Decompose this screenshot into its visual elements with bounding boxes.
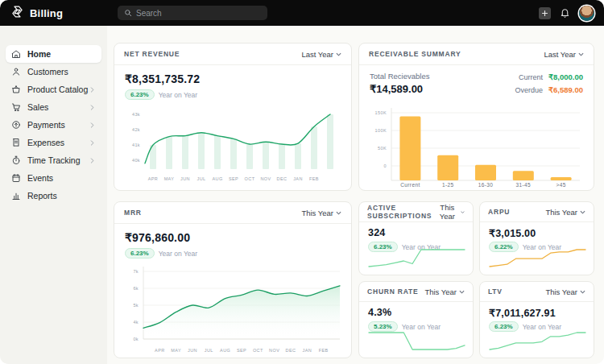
sidebar-item-label: Customers bbox=[27, 67, 68, 77]
sidebar-item-reports[interactable]: Reports bbox=[6, 187, 101, 205]
chevron-down-icon bbox=[336, 52, 341, 56]
payments-icon bbox=[11, 120, 21, 130]
bar-chart-icon bbox=[11, 191, 21, 201]
sidebar-item-sales[interactable]: Sales bbox=[6, 98, 101, 116]
ltv-period-dropdown[interactable]: This Year bbox=[545, 287, 585, 296]
active-subscriptions-sparkline bbox=[368, 248, 465, 268]
receipt-icon bbox=[11, 138, 21, 147]
svg-text:APR: APR bbox=[148, 176, 159, 181]
chevron-right-icon bbox=[89, 87, 95, 93]
period-value: Last Year bbox=[544, 50, 576, 59]
sidebar-item-time-tracking[interactable]: Time Tracking bbox=[6, 151, 101, 169]
sidebar-item-customers[interactable]: Customers bbox=[6, 63, 101, 81]
svg-text:MAY: MAY bbox=[164, 176, 175, 181]
chevron-down-icon bbox=[461, 210, 465, 214]
svg-text:7k: 7k bbox=[133, 269, 139, 274]
basket-icon bbox=[11, 85, 21, 94]
topbar-actions bbox=[539, 0, 594, 26]
sidebar-item-home[interactable]: Home bbox=[6, 45, 101, 63]
overdue-label: Overdue bbox=[515, 86, 543, 94]
svg-text:40k: 40k bbox=[132, 158, 140, 163]
svg-text:JUN: JUN bbox=[180, 176, 190, 181]
card-title: ARPU bbox=[488, 208, 510, 216]
sidebar-item-events[interactable]: Events bbox=[6, 169, 101, 187]
svg-text:JAN: JAN bbox=[303, 348, 312, 353]
svg-text:FEB: FEB bbox=[319, 348, 329, 353]
sidebar-item-label: Sales bbox=[27, 102, 48, 112]
svg-text:JUL: JUL bbox=[205, 348, 213, 353]
svg-text:JAN: JAN bbox=[293, 176, 303, 181]
svg-text:31-45: 31-45 bbox=[515, 182, 531, 188]
churn-rate-value: 4.3% bbox=[368, 307, 391, 318]
svg-text:NOV: NOV bbox=[260, 176, 271, 181]
search-placeholder: Search bbox=[136, 9, 162, 18]
churn-rate-card: CHURN RATE This Year 4.3% 5.23% Year on … bbox=[358, 281, 474, 358]
change-badge: 6.23% bbox=[125, 89, 155, 100]
sidebar-item-expenses[interactable]: Expenses bbox=[6, 134, 101, 151]
sidebar-item-payments[interactable]: Payments bbox=[6, 116, 101, 134]
mrr-change-row: 6.23% Year on Year bbox=[125, 248, 197, 259]
arpu-header: ARPU This Year bbox=[480, 202, 594, 222]
total-receivables: Total Recievables ₹14,589.00 bbox=[370, 72, 429, 95]
churn-rate-period-dropdown[interactable]: This Year bbox=[424, 287, 465, 296]
period-value: This Year bbox=[545, 208, 577, 217]
stopwatch-icon bbox=[11, 155, 21, 165]
calendar-icon bbox=[11, 173, 21, 183]
period-value: Last Year bbox=[301, 50, 333, 59]
app-window: Billing Search HomeCustomersProduct Cata… bbox=[0, 0, 604, 364]
churn-rate-sparkline bbox=[368, 331, 465, 351]
ltv-header: LTV This Year bbox=[480, 282, 594, 302]
svg-text:>45: >45 bbox=[556, 182, 565, 188]
active-subscriptions-card: ACTIVE SUBSCRIPTIONS This Year 324 6.23%… bbox=[358, 201, 474, 275]
net-revenue-value: ₹8,351,735.72 bbox=[125, 72, 200, 85]
svg-text:MAY: MAY bbox=[171, 348, 181, 353]
svg-text:SEP: SEP bbox=[237, 348, 246, 353]
home-icon bbox=[11, 49, 21, 59]
notifications-bell-icon[interactable] bbox=[560, 7, 570, 19]
card-title: CHURN RATE bbox=[367, 287, 419, 296]
arpu-card: ARPU This Year ₹3,015.00 6.22% Year on Y… bbox=[479, 201, 594, 275]
active-subscriptions-header: ACTIVE SUBSCRIPTIONS This Year bbox=[359, 202, 473, 222]
active-subscriptions-period-dropdown[interactable]: This Year bbox=[436, 203, 465, 221]
user-avatar[interactable] bbox=[579, 6, 594, 21]
svg-text:0k: 0k bbox=[133, 337, 139, 341]
receivable-summary-header: RECEIVABLE SUMMARY Last Year bbox=[359, 43, 594, 65]
card-title: MRR bbox=[124, 209, 142, 217]
svg-text:DEC: DEC bbox=[277, 176, 288, 181]
ltv-value: ₹7,011,627.91 bbox=[489, 307, 556, 319]
receivable-summary-chart: 150K100K50K0Current1-2516-3031-45>45 bbox=[369, 103, 585, 188]
card-title: RECEIVABLE SUMMARY bbox=[369, 50, 461, 58]
total-receivables-value: ₹14,589.00 bbox=[370, 83, 429, 95]
mrr-period-dropdown[interactable]: This Year bbox=[301, 209, 341, 217]
svg-text:50K: 50K bbox=[378, 146, 387, 151]
chevron-right-icon bbox=[89, 122, 95, 128]
card-title: ACTIVE SUBSCRIPTIONS bbox=[367, 204, 436, 220]
net-revenue-period-dropdown[interactable]: Last Year bbox=[301, 50, 341, 59]
receivable-breakdown: Current ₹8,000.00 Overdue ₹6,589.00 bbox=[515, 72, 583, 94]
chevron-down-icon bbox=[580, 210, 585, 214]
net-revenue-header: NET REVENUE Last Year bbox=[114, 43, 351, 65]
receivable-summary-period-dropdown[interactable]: Last Year bbox=[544, 50, 584, 59]
person-icon bbox=[11, 67, 21, 77]
svg-text:APR: APR bbox=[155, 348, 165, 353]
sidebar-item-label: Events bbox=[27, 173, 53, 183]
svg-text:JUL: JUL bbox=[197, 176, 206, 181]
change-label: Year on Year bbox=[402, 323, 441, 331]
arpu-period-dropdown[interactable]: This Year bbox=[545, 208, 585, 217]
mrr-header: MRR This Year bbox=[114, 202, 351, 224]
svg-text:DEC: DEC bbox=[286, 348, 296, 353]
period-value: This Year bbox=[424, 287, 457, 296]
ltv-sparkline bbox=[489, 331, 586, 351]
sidebar-item-product-catalog[interactable]: Product Catalog bbox=[6, 81, 101, 98]
ltv-card: LTV This Year ₹7,011,627.91 6.23% Year o… bbox=[479, 281, 594, 358]
net-revenue-chart: 43k42k41k40kAPRMAYJUNJULAUGSEPOCTNOVDECJ… bbox=[124, 103, 343, 185]
add-button[interactable] bbox=[539, 7, 551, 19]
current-value: ₹8,000.00 bbox=[548, 72, 583, 81]
svg-text:OCT: OCT bbox=[245, 176, 255, 181]
sidebar-item-label: Payments bbox=[27, 120, 65, 130]
card-title: NET REVENUE bbox=[124, 50, 180, 58]
svg-text:150K: 150K bbox=[375, 110, 387, 115]
search-input[interactable]: Search bbox=[118, 6, 267, 20]
sidebar-item-label: Time Tracking bbox=[27, 155, 81, 165]
svg-text:AUG: AUG bbox=[220, 348, 230, 353]
